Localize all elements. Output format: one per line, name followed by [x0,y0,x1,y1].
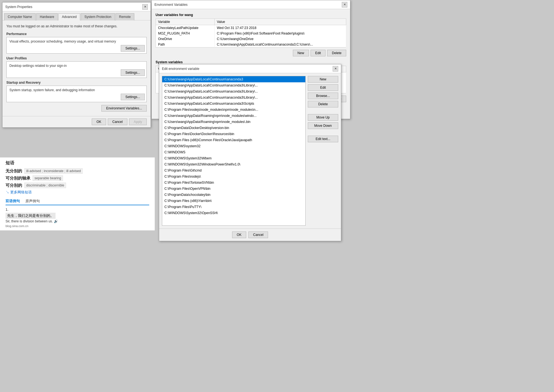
bg-row-3: 可分别的 discriminable ; discernible [6,183,149,188]
sys-props-bottom-buttons: OK Cancel Apply [2,116,151,127]
bg-section-title: 短语 [6,160,149,166]
path-list[interactable]: C:\Users\wang\AppData\Local\Continuum\an… [162,76,305,225]
env-vars-controls: ✕ [342,2,347,7]
sys-props-close-button[interactable]: ✕ [142,4,148,10]
sys-props-titlebar: System Properties ✕ [2,2,151,11]
user-profiles-title: User Profiles [6,56,147,60]
browse-path-button[interactable]: Browse... [308,93,338,99]
tab-remote[interactable]: Remote [115,13,134,20]
performance-settings-button[interactable]: Settings... [121,45,145,52]
var-value: C:\Program Files (x86)\Foxit Software\Fo… [214,31,346,36]
tab-hardware[interactable]: Hardware [36,13,58,20]
list-item[interactable]: C:\Program Files\OpenVPN\bin [162,186,305,192]
move-up-button[interactable]: Move Up [308,114,338,121]
edit-env-sidebar: New Edit Browse... Delete Move Up Move D… [308,76,338,226]
user-vars-title: User variables for wang [156,13,346,17]
edit-env-title: Edit environment variable [162,67,199,71]
edit-text-button[interactable]: Edit text... [308,136,338,142]
new-path-button[interactable]: New [308,76,338,83]
environment-variables-button[interactable]: Environment Variables... [101,105,147,112]
tab-bilingual[interactable]: 双语例句 [6,199,20,205]
list-item[interactable]: C:\Program Files\PuTTY\ [162,204,305,210]
list-item[interactable]: C:\ProgramData\DockerDesktop\version-bin [162,125,305,131]
startup-recovery-settings-button[interactable]: Settings... [121,94,145,100]
list-item[interactable]: C:\WINDOWS\system32 [162,143,305,149]
sys-props-cancel-button[interactable]: Cancel [108,119,127,125]
list-item[interactable]: C:\Users\wang\AppData\Local\Continuum\an… [162,94,305,101]
more-phrases-link[interactable]: ↘ 更多网络短语 [6,190,149,195]
list-item[interactable]: C:\Users\wang\AppData\Local\Continuum\an… [162,76,305,82]
edit-env-ok-button[interactable]: OK [232,231,246,238]
list-item[interactable]: C:\ProgramData\chocolatey\bin [162,192,305,198]
user-delete-button[interactable]: Delete [327,50,346,56]
sys-props-apply-button[interactable]: Apply [129,119,147,125]
env-vars-titlebar: Environment Variables ✕ [152,0,350,9]
env-vars-title: Environment Variables [154,3,188,7]
list-item[interactable]: C:\Users\wang\AppData\Local\Continuum\an… [162,101,305,107]
bg-word-2: 可分别的轴承 [6,176,30,181]
bg-word-1: 无分别的 [6,169,22,174]
table-row[interactable]: Path C:\Users\wang\AppData\Local\Continu… [156,42,346,48]
tab-system-protection[interactable]: System Protection [81,13,115,20]
edit-env-close-button[interactable]: ✕ [333,66,338,72]
sys-warning-text: You must be logged on as an Administrato… [6,24,147,28]
path-list-container: C:\Users\wang\AppData\Local\Continuum\an… [162,76,306,226]
list-item[interactable]: C:\Program Files (x86)\Common Files\Orac… [162,137,305,143]
var-value: C:\Users\wang\OneDrive [214,36,346,42]
list-item[interactable]: C:\Users\wang\AppData\Roaming\npm\node_m… [162,113,305,119]
edit-env-variable-window: Edit environment variable ✕ C:\Users\wan… [159,64,341,241]
edit-env-cancel-button[interactable]: Cancel [248,231,268,238]
var-name: ChocolateyLastPathUpdate [156,25,215,31]
value-column-header: Value [214,19,346,25]
list-item[interactable]: C:\Program Files\Docker\Docker\Resources… [162,131,305,137]
example-tabs: 双语例句 原声例句 [6,199,149,205]
list-item[interactable]: C:\Program Files (x86)\Yarn\bin\ [162,198,305,204]
user-new-button[interactable]: New [293,50,309,56]
list-item[interactable]: C:\Users\wang\AppData\Local\Continuum\an… [162,88,305,94]
tab-computer-name[interactable]: Computer Name [4,13,36,20]
startup-recovery-section: Startup and Recovery System startup, sys… [6,81,147,102]
bg-word-3: 可分别的 [6,183,22,188]
table-row[interactable]: ChocolateyLastPathUpdate Wed Oct 31 17:4… [156,25,346,31]
list-item[interactable]: C:\Program Files\nodejs\ [162,173,305,180]
env-vars-close-button[interactable]: ✕ [342,2,347,7]
list-item[interactable]: C:\WINDOWS\System32\OpenSSH\ [162,210,305,216]
list-item[interactable]: C:\Program Files\TortoiseSVN\bin [162,180,305,186]
bg-tag-1: ill-advised ; inconsiderate ; ill advise… [24,168,83,174]
example-cn: 先生，我们之间是有分别的。 [6,213,56,219]
performance-description: Visual effects, processor scheduling, me… [9,40,116,43]
edit-env-titlebar: Edit environment variable ✕ [159,64,341,73]
bg-row-2: 可分别的轴承 separable bearing [6,175,149,181]
tab-native[interactable]: 原声例句 [25,199,40,205]
var-name: Path [156,42,215,48]
delete-path-button[interactable]: Delete [308,101,338,107]
example-en: Sir, there is division between us. 🔊 [6,219,149,223]
table-row[interactable]: MOZ_PLUGIN_PATH C:\Program Files (x86)\F… [156,31,346,36]
list-item[interactable]: C:\WINDOWS\System32\Wbem [162,155,305,161]
var-name: MOZ_PLUGIN_PATH [156,31,215,36]
user-edit-button[interactable]: Edit [311,50,326,56]
list-item[interactable]: C:\Users\wang\AppData\Roaming\npm\node_m… [162,119,305,125]
performance-title: Performance [6,32,147,36]
user-profiles-settings-button[interactable]: Settings... [121,69,145,76]
user-vars-table: Variable Value ChocolateyLastPathUpdate … [156,19,346,48]
bg-row-1: 无分别的 ill-advised ; inconsiderate ; ill a… [6,168,149,174]
tab-advanced[interactable]: Advanced [58,13,80,20]
example-website: blog.sina.com.cn [6,224,149,228]
list-item[interactable]: C:\Program Files\Git\cmd [162,167,305,173]
edit-path-button[interactable]: Edit [308,84,338,91]
list-item[interactable]: C:\Program Files\nodejs\node_modules\npm… [162,107,305,113]
performance-box: Visual effects, processor scheduling, me… [6,37,147,54]
sys-props-content: You must be logged on as an Administrato… [2,20,151,114]
user-profiles-box: Desktop settings related to your sign-in… [6,61,147,78]
var-name: OneDrive [156,36,215,42]
system-properties-window: System Properties ✕ Computer Name Hardwa… [2,2,151,128]
table-row[interactable]: OneDrive C:\Users\wang\OneDrive [156,36,346,42]
sys-props-controls: ✕ [142,4,148,10]
list-item[interactable]: C:\WINDOWS\System32\WindowsPowerShell\v1… [162,161,305,167]
move-down-button[interactable]: Move Down [308,122,338,129]
sys-props-ok-button[interactable]: OK [92,119,106,125]
list-item[interactable]: C:\WINDOWS [162,149,305,155]
sys-vars-title: System variables [156,60,346,64]
list-item[interactable]: C:\Users\wang\AppData\Local\Continuum\an… [162,82,305,88]
